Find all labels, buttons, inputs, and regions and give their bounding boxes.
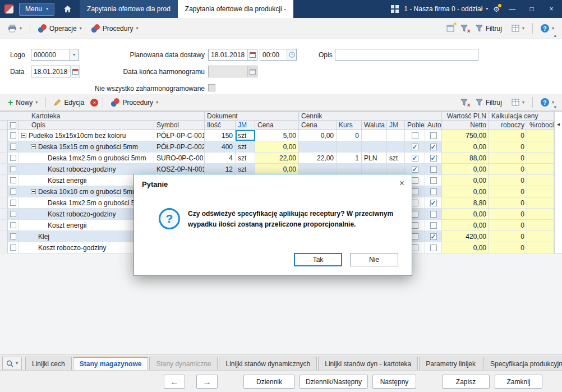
minimize-button[interactable]: — [505, 2, 519, 16]
pobierz-checkbox[interactable] [412, 233, 418, 240]
filtruj-grid-button[interactable]: Filtruj [472, 97, 505, 108]
cell-netto[interactable]: 0,00 [442, 186, 489, 197]
window-tab-active[interactable]: Zapytania ofertowe dla produkcji - [178, 0, 293, 18]
dziennik-button[interactable]: Dziennik [243, 375, 295, 389]
cell-auto[interactable] [425, 130, 442, 141]
row-select-checkbox[interactable] [10, 200, 16, 206]
col-header-cena-cennik[interactable]: Cena [299, 121, 337, 130]
cell-opis[interactable]: Koszt roboczo-godziny [19, 164, 154, 174]
col-header-kurs[interactable]: Kurs [337, 121, 362, 130]
clear-filter-icon[interactable]: × [459, 97, 469, 108]
cell-auto[interactable] [425, 186, 442, 197]
row-select-checkbox[interactable] [10, 132, 16, 139]
cell-roboczy[interactable]: 0 [489, 209, 527, 219]
col-group-kartoteka[interactable]: Kartoteka [0, 112, 205, 120]
cell-roboczy[interactable]: 0 [489, 175, 527, 186]
cell-proc-roboczy[interactable] [527, 209, 554, 219]
cell-cena-dokument[interactable]: 5,00 [255, 130, 299, 141]
col-header-proc-roboczy[interactable]: %roboci [527, 121, 554, 130]
cell-waluta[interactable] [362, 130, 387, 141]
settings-gear-icon[interactable]: ⚙ [493, 5, 500, 13]
col-group-dokument[interactable]: Dokument [205, 112, 299, 120]
cell-auto[interactable] [425, 220, 442, 230]
cell-symbol[interactable]: KOSZ-0P-N-001 [154, 164, 205, 174]
cell-waluta[interactable]: PLN [362, 153, 387, 163]
cell-netto[interactable]: 750,00 [442, 130, 489, 141]
bottom-tab[interactable]: Specyfikacja produkcyjna [483, 357, 562, 370]
cell-cena-dokument[interactable]: 22,00 [255, 153, 299, 163]
table-row[interactable]: Koszt roboczo-godzinyKOSZ-0P-N-00112szt0… [0, 164, 554, 175]
cell-proc-roboczy[interactable] [527, 220, 554, 230]
cell-auto[interactable] [425, 153, 442, 163]
row-select-cell[interactable] [8, 164, 19, 174]
apps-grid-icon[interactable] [391, 5, 399, 13]
cell-proc-roboczy[interactable] [527, 153, 554, 163]
cell-proc-roboczy[interactable] [527, 242, 554, 253]
cell-proc-roboczy[interactable] [527, 130, 554, 141]
auto-checkbox[interactable] [430, 188, 437, 195]
row-select-cell[interactable] [8, 231, 19, 242]
filtruj-button[interactable]: Filtruj [472, 23, 505, 34]
col-group-wartosc-pln[interactable]: Wartość PLN [442, 112, 489, 120]
auto-checkbox[interactable] [430, 211, 437, 218]
col-header-netto[interactable]: Netto [442, 121, 489, 130]
cell-roboczy[interactable]: 0 [489, 130, 527, 141]
row-select-checkbox[interactable] [10, 233, 16, 239]
delivery-time-field[interactable]: 00:00 [260, 49, 297, 61]
bottom-tab[interactable]: Stany dynamiczne [149, 357, 218, 370]
grid-view-selector[interactable]: ▾ [2, 357, 22, 370]
pobierz-checkbox[interactable] [412, 200, 418, 206]
row-select-checkbox[interactable] [10, 211, 16, 217]
layout-button[interactable]: ▾ [508, 23, 528, 34]
cell-proc-roboczy[interactable] [527, 231, 554, 242]
pobierz-checkbox[interactable] [412, 222, 418, 229]
col-header-pobierz[interactable]: Pobierz [405, 121, 425, 130]
auto-checkbox[interactable] [430, 233, 437, 240]
row-select-cell[interactable] [8, 242, 19, 253]
cell-waluta[interactable] [362, 141, 387, 152]
combo-dropdown-button[interactable]: ▾ [69, 49, 79, 60]
pobierz-checkbox[interactable] [412, 132, 418, 139]
cell-roboczy[interactable]: 0 [489, 220, 527, 230]
cell-cena-dokument[interactable]: 0,00 [255, 141, 299, 152]
cell-netto[interactable]: 0,00 [442, 242, 489, 253]
cell-opis[interactable]: Deska 15x15 cm o grubości 5mm [19, 141, 154, 152]
col-header-opis[interactable]: Opis [19, 121, 154, 130]
cell-proc-roboczy[interactable] [527, 175, 554, 186]
previous-record-button[interactable]: ← [164, 375, 185, 389]
row-select-checkbox[interactable] [10, 144, 16, 150]
cell-netto[interactable]: 0,00 [442, 164, 489, 174]
col-header-jm-cennik[interactable]: JM [387, 121, 405, 130]
row-select-cell[interactable] [8, 130, 19, 141]
pobierz-checkbox[interactable] [412, 245, 418, 251]
cell-auto[interactable] [425, 141, 442, 152]
clock-button[interactable] [287, 49, 296, 60]
dziennik-nastepny-button[interactable]: Dziennik/Następny [300, 375, 368, 389]
cell-auto[interactable] [425, 209, 442, 219]
cell-roboczy[interactable]: 0 [489, 197, 527, 208]
cell-auto[interactable] [425, 175, 442, 186]
zapisz-button[interactable]: Zapisz [442, 375, 490, 389]
cell-netto[interactable]: 0,00 [442, 209, 489, 219]
col-header-waluta[interactable]: Waluta [362, 121, 387, 130]
col-group-kalkulacja[interactable]: Kalkulacja ceny [489, 112, 554, 120]
cell-auto[interactable] [425, 242, 442, 253]
bottom-tab[interactable]: Linijki stanów dyn - kartoteka [318, 357, 418, 370]
close-button[interactable]: × [544, 2, 559, 16]
bottom-tab[interactable]: Linijki cech [25, 357, 72, 370]
nowy-button[interactable]: + Nowy ▾ [4, 97, 41, 108]
cell-cena-cennik[interactable] [299, 164, 337, 174]
cell-jm-cennik[interactable] [387, 164, 405, 174]
cell-jm-cennik[interactable] [387, 130, 405, 141]
col-header-ilosc[interactable]: Ilość [205, 121, 236, 130]
cell-netto[interactable]: 8,80 [442, 197, 489, 208]
row-select-checkbox[interactable] [10, 166, 16, 172]
procedury-button[interactable]: Procedury ▾ [88, 22, 142, 34]
select-all-cell[interactable] [8, 121, 19, 130]
cell-opis[interactable]: Pudełko 15x15x10cm bez koloru [19, 130, 154, 141]
cell-netto[interactable]: 0,00 [442, 175, 489, 186]
auto-checkbox[interactable] [430, 222, 437, 229]
table-row[interactable]: Deska 1mx2.5m o grubości 5mmSURO-0P-C-00… [0, 153, 554, 164]
cell-jm[interactable]: szt [236, 153, 255, 163]
cell-kurs[interactable] [337, 164, 362, 174]
